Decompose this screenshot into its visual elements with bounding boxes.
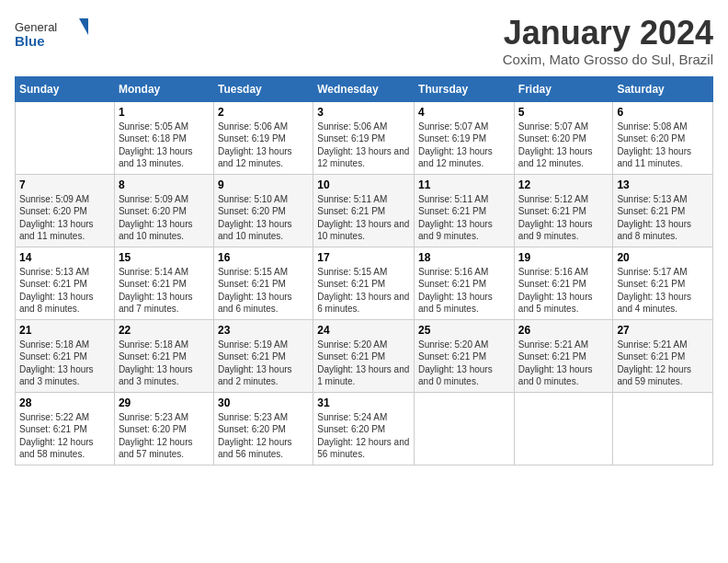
calendar-cell: 4Sunrise: 5:07 AMSunset: 6:19 PMDaylight… (415, 101, 515, 174)
calendar-cell: 30Sunrise: 5:23 AMSunset: 6:20 PMDayligh… (213, 392, 313, 465)
day-info: Sunrise: 5:17 AMSunset: 6:21 PMDaylight:… (617, 266, 709, 316)
day-number: 10 (317, 178, 410, 191)
day-number: 8 (119, 178, 210, 191)
calendar-cell: 21Sunrise: 5:18 AMSunset: 6:21 PMDayligh… (16, 319, 115, 392)
calendar-cell: 28Sunrise: 5:22 AMSunset: 6:21 PMDayligh… (16, 392, 115, 465)
calendar-cell: 5Sunrise: 5:07 AMSunset: 6:20 PMDaylight… (514, 101, 613, 174)
day-number: 26 (518, 324, 609, 337)
day-number: 11 (418, 178, 510, 191)
day-info: Sunrise: 5:10 AMSunset: 6:20 PMDaylight:… (218, 193, 309, 243)
day-info: Sunrise: 5:16 AMSunset: 6:21 PMDaylight:… (418, 266, 510, 316)
calendar-cell: 8Sunrise: 5:09 AMSunset: 6:20 PMDaylight… (114, 174, 213, 247)
day-info: Sunrise: 5:07 AMSunset: 6:20 PMDaylight:… (518, 121, 609, 170)
day-number: 6 (617, 106, 709, 119)
day-info: Sunrise: 5:09 AMSunset: 6:20 PMDaylight:… (119, 193, 210, 243)
day-info: Sunrise: 5:06 AMSunset: 6:19 PMDaylight:… (317, 121, 410, 170)
calendar-cell: 18Sunrise: 5:16 AMSunset: 6:21 PMDayligh… (415, 247, 515, 319)
calendar-week-row: 21Sunrise: 5:18 AMSunset: 6:21 PMDayligh… (16, 319, 713, 392)
day-header-friday: Friday (514, 76, 613, 101)
calendar-cell (514, 392, 613, 465)
calendar-cell: 6Sunrise: 5:08 AMSunset: 6:20 PMDaylight… (613, 101, 713, 174)
title-block: January 2024 Coxim, Mato Grosso do Sul, … (503, 15, 713, 67)
day-number: 31 (317, 396, 410, 409)
calendar-cell: 24Sunrise: 5:20 AMSunset: 6:21 PMDayligh… (313, 319, 415, 392)
day-number: 22 (119, 324, 210, 337)
calendar-cell: 3Sunrise: 5:06 AMSunset: 6:19 PMDaylight… (313, 101, 415, 174)
day-info: Sunrise: 5:12 AMSunset: 6:21 PMDaylight:… (518, 193, 609, 243)
calendar-cell: 10Sunrise: 5:11 AMSunset: 6:21 PMDayligh… (313, 174, 415, 247)
calendar-cell: 22Sunrise: 5:18 AMSunset: 6:21 PMDayligh… (114, 319, 213, 392)
logo: General Blue (15, 15, 88, 52)
calendar-cell: 27Sunrise: 5:21 AMSunset: 6:21 PMDayligh… (613, 319, 713, 392)
day-header-thursday: Thursday (415, 76, 515, 101)
day-number: 13 (617, 178, 709, 191)
calendar-cell: 20Sunrise: 5:17 AMSunset: 6:21 PMDayligh… (613, 247, 713, 319)
day-number: 20 (617, 251, 709, 264)
day-number: 30 (218, 396, 309, 409)
calendar-cell: 29Sunrise: 5:23 AMSunset: 6:20 PMDayligh… (114, 392, 213, 465)
calendar-week-row: 14Sunrise: 5:13 AMSunset: 6:21 PMDayligh… (16, 247, 713, 319)
day-info: Sunrise: 5:13 AMSunset: 6:21 PMDaylight:… (19, 266, 110, 316)
calendar-week-row: 1Sunrise: 5:05 AMSunset: 6:18 PMDaylight… (16, 101, 713, 174)
day-info: Sunrise: 5:18 AMSunset: 6:21 PMDaylight:… (119, 339, 210, 388)
calendar-cell: 19Sunrise: 5:16 AMSunset: 6:21 PMDayligh… (514, 247, 613, 319)
svg-marker-2 (79, 18, 88, 35)
day-info: Sunrise: 5:08 AMSunset: 6:20 PMDaylight:… (617, 121, 709, 170)
calendar-table: SundayMondayTuesdayWednesdayThursdayFrid… (15, 76, 713, 465)
calendar-cell (613, 392, 713, 465)
calendar-cell: 2Sunrise: 5:06 AMSunset: 6:19 PMDaylight… (213, 101, 313, 174)
day-info: Sunrise: 5:20 AMSunset: 6:21 PMDaylight:… (418, 339, 510, 388)
calendar-cell (16, 101, 115, 174)
location-subtitle: Coxim, Mato Grosso do Sul, Brazil (503, 52, 713, 67)
calendar-cell: 13Sunrise: 5:13 AMSunset: 6:21 PMDayligh… (613, 174, 713, 247)
day-number: 18 (418, 251, 510, 264)
day-header-sunday: Sunday (16, 76, 115, 101)
day-number: 17 (317, 251, 410, 264)
day-info: Sunrise: 5:18 AMSunset: 6:21 PMDaylight:… (19, 339, 110, 388)
calendar-cell: 16Sunrise: 5:15 AMSunset: 6:21 PMDayligh… (213, 247, 313, 319)
day-header-saturday: Saturday (613, 76, 713, 101)
day-number: 28 (19, 396, 110, 409)
day-number: 14 (19, 251, 110, 264)
day-info: Sunrise: 5:15 AMSunset: 6:21 PMDaylight:… (218, 266, 309, 316)
calendar-cell: 1Sunrise: 5:05 AMSunset: 6:18 PMDaylight… (114, 101, 213, 174)
calendar-cell: 23Sunrise: 5:19 AMSunset: 6:21 PMDayligh… (213, 319, 313, 392)
day-number: 9 (218, 178, 309, 191)
day-info: Sunrise: 5:07 AMSunset: 6:19 PMDaylight:… (418, 121, 510, 170)
day-info: Sunrise: 5:11 AMSunset: 6:21 PMDaylight:… (317, 193, 410, 243)
calendar-cell: 14Sunrise: 5:13 AMSunset: 6:21 PMDayligh… (16, 247, 115, 319)
day-info: Sunrise: 5:19 AMSunset: 6:21 PMDaylight:… (218, 339, 309, 388)
calendar-cell: 11Sunrise: 5:11 AMSunset: 6:21 PMDayligh… (415, 174, 515, 247)
day-number: 15 (119, 251, 210, 264)
calendar-cell: 12Sunrise: 5:12 AMSunset: 6:21 PMDayligh… (514, 174, 613, 247)
day-number: 29 (119, 396, 210, 409)
day-number: 24 (317, 324, 410, 337)
day-number: 2 (218, 106, 309, 119)
day-header-monday: Monday (114, 76, 213, 101)
calendar-week-row: 7Sunrise: 5:09 AMSunset: 6:20 PMDaylight… (16, 174, 713, 247)
calendar-cell: 26Sunrise: 5:21 AMSunset: 6:21 PMDayligh… (514, 319, 613, 392)
svg-text:General: General (15, 20, 57, 34)
day-number: 23 (218, 324, 309, 337)
day-info: Sunrise: 5:13 AMSunset: 6:21 PMDaylight:… (617, 193, 709, 243)
day-number: 12 (518, 178, 609, 191)
day-info: Sunrise: 5:14 AMSunset: 6:21 PMDaylight:… (119, 266, 210, 316)
day-info: Sunrise: 5:24 AMSunset: 6:20 PMDaylight:… (317, 411, 410, 461)
day-number: 19 (518, 251, 609, 264)
day-info: Sunrise: 5:09 AMSunset: 6:20 PMDaylight:… (19, 193, 110, 243)
calendar-cell: 15Sunrise: 5:14 AMSunset: 6:21 PMDayligh… (114, 247, 213, 319)
day-header-wednesday: Wednesday (313, 76, 415, 101)
day-info: Sunrise: 5:23 AMSunset: 6:20 PMDaylight:… (218, 411, 309, 461)
day-info: Sunrise: 5:05 AMSunset: 6:18 PMDaylight:… (119, 121, 210, 170)
calendar-cell: 9Sunrise: 5:10 AMSunset: 6:20 PMDaylight… (213, 174, 313, 247)
calendar-cell: 7Sunrise: 5:09 AMSunset: 6:20 PMDaylight… (16, 174, 115, 247)
day-number: 3 (317, 106, 410, 119)
calendar-cell: 17Sunrise: 5:15 AMSunset: 6:21 PMDayligh… (313, 247, 415, 319)
day-number: 27 (617, 324, 709, 337)
day-info: Sunrise: 5:15 AMSunset: 6:21 PMDaylight:… (317, 266, 410, 316)
calendar-cell: 25Sunrise: 5:20 AMSunset: 6:21 PMDayligh… (415, 319, 515, 392)
day-info: Sunrise: 5:21 AMSunset: 6:21 PMDaylight:… (617, 339, 709, 388)
calendar-week-row: 28Sunrise: 5:22 AMSunset: 6:21 PMDayligh… (16, 392, 713, 465)
day-number: 16 (218, 251, 309, 264)
day-number: 4 (418, 106, 510, 119)
